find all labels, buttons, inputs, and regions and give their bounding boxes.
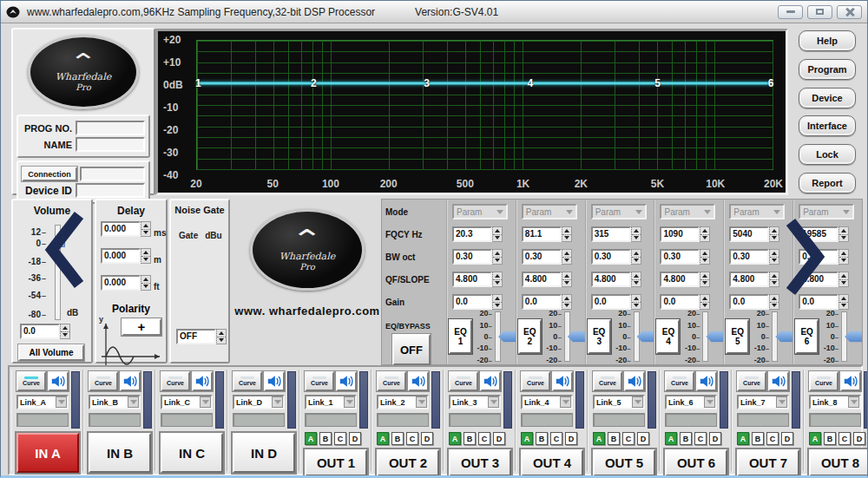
output-2-select-button[interactable]: OUT 3	[449, 449, 511, 476]
eq-point-6[interactable]: 6	[768, 77, 774, 89]
output-2-link-select[interactable]: Link_3	[449, 395, 501, 409]
output-2-mute-button[interactable]	[480, 371, 501, 391]
eq-band-1-gain-slider[interactable]	[564, 311, 570, 362]
spin-up-button[interactable]	[493, 250, 502, 258]
eq-band-4-slider-handle[interactable]	[775, 331, 792, 343]
eq-band-5-gain-slider[interactable]	[841, 311, 847, 362]
spin-up-button[interactable]	[141, 222, 150, 230]
output-1-routing-b[interactable]: B	[391, 432, 404, 445]
spin-down-button[interactable]	[770, 303, 779, 310]
gain-value[interactable]: 0.0	[591, 294, 631, 310]
output-3-mute-button[interactable]	[552, 371, 573, 391]
eq-band-0-slider-handle[interactable]	[498, 331, 516, 343]
spin-up-button[interactable]	[493, 272, 502, 280]
output-0-routing-c[interactable]: C	[334, 432, 346, 445]
device-id-field[interactable]	[76, 183, 145, 198]
eq-band-4-gain-slider[interactable]	[772, 311, 778, 362]
output-6-select-button[interactable]: OUT 7	[737, 449, 799, 476]
spin-up-button[interactable]	[839, 250, 848, 258]
output-4-routing-b[interactable]: B	[608, 432, 620, 445]
input-2-select-button[interactable]: IN C	[161, 433, 223, 473]
output-0-mute-button[interactable]	[336, 371, 357, 391]
eq-band-2-mode-select[interactable]: Param	[591, 204, 647, 219]
prev-page-arrow[interactable]	[39, 209, 93, 294]
eq-point-5[interactable]: 5	[654, 77, 661, 89]
eq-band-5-slider-handle[interactable]	[845, 331, 862, 343]
input-3-curve-button[interactable]: Curve	[233, 371, 262, 391]
input-0-curve-button[interactable]: Curve	[16, 371, 46, 391]
eq-band-2-button[interactable]: EQ 3	[588, 319, 611, 354]
eq-point-1[interactable]: 1	[195, 77, 201, 89]
spin-down-button[interactable]	[493, 258, 502, 265]
maximize-button[interactable]	[807, 5, 832, 19]
eq-band-2-slider-handle[interactable]	[637, 331, 654, 343]
bw-value[interactable]: 0.30	[522, 249, 562, 265]
output-4-curve-button[interactable]: Curve	[593, 371, 622, 391]
volume-value[interactable]: 0.0	[20, 324, 60, 339]
output-4-link-select[interactable]: Link_5	[593, 395, 645, 409]
output-0-select-button[interactable]: OUT 1	[305, 449, 367, 476]
spin-up-button[interactable]	[632, 272, 641, 280]
delay-ft-value[interactable]: 0.000	[101, 275, 141, 291]
spin-down-button[interactable]	[217, 337, 226, 344]
output-4-select-button[interactable]: OUT 5	[593, 449, 655, 476]
titlebar[interactable]: www.wharfedalepro.com,96KHz Sampling Fre…	[1, 1, 867, 23]
output-2-routing-d[interactable]: D	[493, 432, 505, 445]
eq-band-2-gain-slider[interactable]	[634, 311, 640, 362]
qf-value[interactable]: 4.800	[660, 272, 700, 287]
spin-up-button[interactable]	[700, 227, 709, 235]
output-5-routing-d[interactable]: D	[709, 432, 721, 445]
output-3-routing-b[interactable]: B	[536, 432, 548, 445]
spin-down-button[interactable]	[632, 258, 641, 265]
spin-down-button[interactable]	[700, 235, 709, 242]
spin-down-button[interactable]	[700, 258, 709, 265]
gain-value[interactable]: 0.0	[660, 294, 700, 310]
input-2-link-select[interactable]: Link_C	[161, 395, 213, 409]
report-button[interactable]: Report	[799, 173, 856, 193]
output-1-select-button[interactable]: OUT 2	[377, 449, 439, 476]
output-7-routing-d[interactable]: D	[853, 432, 865, 445]
gain-value[interactable]: 0.0	[522, 294, 562, 310]
input-3-mute-button[interactable]	[264, 371, 285, 391]
input-3-link-select[interactable]: Link_D	[233, 395, 285, 409]
output-7-select-button[interactable]: OUT 8	[809, 449, 868, 476]
output-4-mute-button[interactable]	[624, 371, 645, 391]
spin-up-button[interactable]	[562, 295, 571, 303]
fqcy-value[interactable]: 20.3	[452, 226, 492, 242]
output-6-link-select[interactable]: Link_7	[737, 395, 789, 409]
spin-up-button[interactable]	[493, 227, 502, 235]
eq-band-3-slider-handle[interactable]	[706, 331, 723, 343]
fqcy-value[interactable]: 315	[591, 226, 631, 242]
eq-band-4-button[interactable]: EQ 5	[726, 319, 749, 354]
output-3-curve-button[interactable]: Curve	[521, 371, 550, 391]
spin-down-button[interactable]	[700, 280, 709, 287]
output-5-curve-button[interactable]: Curve	[665, 371, 694, 391]
input-0-select-button[interactable]: IN A	[16, 433, 79, 473]
output-7-mute-button[interactable]	[840, 371, 861, 391]
spin-down-button[interactable]	[839, 258, 848, 265]
delay-ms-value[interactable]: 0.000	[101, 221, 141, 237]
device-button[interactable]: Device	[799, 88, 856, 108]
eq-point-2[interactable]: 2	[311, 77, 317, 89]
eq-band-0-gain-slider[interactable]	[495, 311, 501, 362]
spin-up-button[interactable]	[562, 272, 571, 280]
bw-value[interactable]: 0.30	[591, 249, 631, 265]
output-6-routing-a[interactable]: A	[737, 432, 749, 445]
output-2-routing-a[interactable]: A	[449, 432, 461, 445]
output-3-routing-a[interactable]: A	[521, 432, 533, 445]
output-0-routing-a[interactable]: A	[305, 432, 317, 445]
output-7-routing-b[interactable]: B	[824, 432, 836, 445]
output-1-routing-c[interactable]: C	[406, 432, 418, 445]
all-volume-button[interactable]: All Volume	[18, 344, 84, 361]
output-5-routing-c[interactable]: C	[694, 432, 707, 445]
eq-bypass-button[interactable]: OFF	[392, 334, 431, 365]
lock-button[interactable]: Lock	[799, 144, 856, 165]
bw-value[interactable]: 0.30	[452, 249, 492, 265]
input-1-select-button[interactable]: IN B	[89, 433, 151, 473]
help-button[interactable]: Help	[799, 30, 856, 51]
minimize-button[interactable]	[778, 5, 803, 19]
spin-up-button[interactable]	[700, 272, 709, 280]
input-1-curve-button[interactable]: Curve	[89, 371, 118, 391]
input-1-link-select[interactable]: Link_B	[89, 395, 141, 409]
input-1-mute-button[interactable]	[120, 371, 141, 391]
